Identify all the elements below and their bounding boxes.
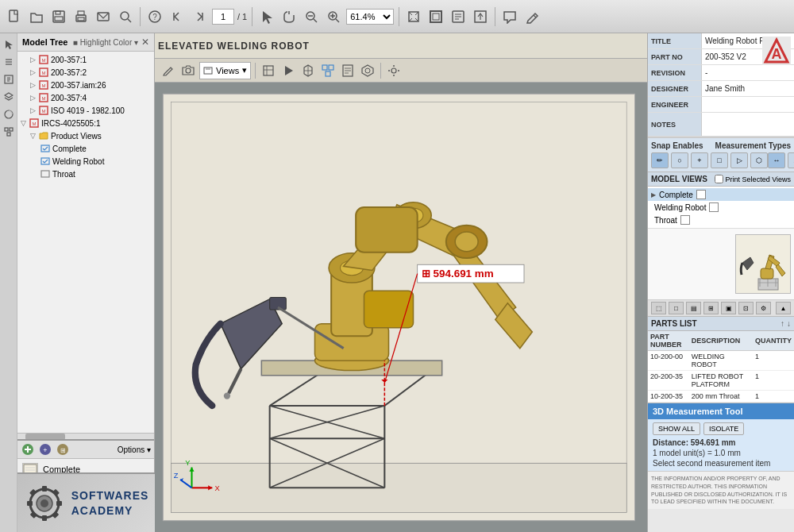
layers-icon[interactable]	[1, 89, 17, 105]
mv-scroll-up[interactable]: ▲	[776, 302, 791, 314]
isolate-button[interactable]: ISOLATE	[703, 422, 744, 435]
print-selected-views[interactable]: Print Selected Views	[715, 175, 791, 183]
parts-list-sort[interactable]: ↑ ↓	[781, 319, 791, 328]
parts-row-2[interactable]: 20-200-35 LIFTED ROBOT PLATFORM 1	[648, 371, 794, 391]
svg-rect-87	[322, 65, 327, 70]
new-file-icon[interactable]	[5, 7, 24, 26]
comment-icon[interactable]	[500, 7, 519, 26]
annotation-icon[interactable]	[449, 7, 468, 26]
iam-icon-5: M	[38, 105, 49, 116]
page-number-input[interactable]: 1	[212, 9, 234, 25]
highlight-color-btn[interactable]: ■ Highlight Color ▾	[73, 38, 138, 47]
title-label: TITLE	[648, 33, 702, 48]
zoom-select[interactable]: 61.4% 50% 75% 100%	[346, 9, 394, 25]
add-existing-icon[interactable]: +	[38, 442, 52, 457]
edit-view-icon[interactable]	[260, 62, 277, 79]
svg-marker-44	[5, 93, 13, 98]
tree-item-200-357-iam26[interactable]: ▷ M 200-357.iam:26	[17, 79, 154, 91]
properties-icon[interactable]	[1, 71, 17, 87]
appearance-icon[interactable]	[1, 106, 17, 122]
meas-angle-btn[interactable]: ∠	[788, 152, 794, 168]
snap-hex-btn[interactable]: ⬡	[750, 152, 768, 168]
search-icon[interactable]	[116, 7, 135, 26]
tree-item-throat[interactable]: Throat	[17, 168, 154, 180]
mv-btn-4[interactable]: ⊞	[703, 302, 719, 314]
sort-down-icon[interactable]: ↓	[787, 319, 791, 328]
meas-dist-btn[interactable]: ↔	[768, 152, 785, 168]
open-file-icon[interactable]	[27, 7, 46, 26]
tree-item-ircs[interactable]: ▽ M IRCS-4025505:1	[17, 117, 154, 129]
snap-cross-btn[interactable]: +	[691, 152, 708, 168]
pencil-icon[interactable]	[160, 62, 177, 79]
export-icon[interactable]	[471, 7, 490, 26]
model-view-complete-check[interactable]	[696, 190, 706, 199]
zoom-out-icon[interactable]	[302, 7, 321, 26]
svg-rect-0	[10, 10, 17, 21]
canvas-second-toolbar: Views ▾	[155, 59, 647, 83]
3d-view-icon[interactable]	[299, 62, 317, 79]
views-dropdown[interactable]: Views ▾	[199, 62, 251, 79]
sketch-icon[interactable]	[522, 7, 542, 26]
model-view-item-welding-robot[interactable]: Welding Robot	[648, 201, 794, 214]
fit-view-icon[interactable]	[404, 7, 423, 26]
meas-icons-row: ↔ ∠ ≡ ⬚	[768, 152, 794, 168]
tree-item-complete[interactable]: Complete	[17, 142, 154, 155]
mv-btn-2[interactable]: □	[669, 302, 684, 314]
model-tree-close-btn[interactable]: ✕	[141, 37, 149, 48]
render-icon[interactable]	[359, 62, 376, 79]
view-icon-btn[interactable]: ⊞	[56, 442, 70, 457]
model-view-item-throat[interactable]: Throat	[648, 214, 794, 226]
next-page-icon[interactable]	[190, 7, 209, 26]
tree-item-iso[interactable]: ▷ M ISO 4019 - 1982.100	[17, 104, 154, 117]
mv-btn-5[interactable]: ▣	[721, 302, 736, 314]
mv-btn-7[interactable]: ⚙	[756, 302, 771, 314]
print-checkbox[interactable]	[715, 175, 723, 183]
left-icons-column	[0, 33, 17, 532]
settings-icon[interactable]	[385, 62, 403, 79]
canvas-viewport[interactable]: ⊞ 594.691 mm X Y Z	[155, 83, 647, 532]
prev-page-icon[interactable]	[168, 7, 187, 26]
tree-item-200-357-4[interactable]: ▷ M 200-357:4	[17, 91, 154, 104]
mv-btn-1[interactable]: ⬚	[651, 302, 666, 314]
pan-tool-icon[interactable]	[279, 7, 299, 26]
assembly-view-icon[interactable]	[319, 62, 337, 79]
model-view-throat-check[interactable]	[680, 215, 690, 225]
model-views-list: ▶ Complete Welding Robot Throat	[648, 187, 794, 228]
mv-btn-6[interactable]: ⊡	[738, 302, 754, 314]
save-icon[interactable]	[49, 7, 68, 26]
email-icon[interactable]	[94, 7, 113, 26]
mv-btn-3[interactable]: ▤	[686, 302, 701, 314]
print-icon[interactable]	[71, 7, 91, 26]
help-icon[interactable]: ?	[145, 7, 164, 26]
snap-square-btn[interactable]: □	[711, 152, 728, 168]
tree-horizontal-scrollbar[interactable]	[17, 433, 154, 439]
preview-thumbnail	[735, 234, 791, 294]
options-button[interactable]: Options ▾	[118, 445, 151, 454]
parts-list-title: PARTS LIST	[651, 319, 697, 328]
border-icon[interactable]	[426, 7, 445, 26]
camera-icon[interactable]	[179, 62, 197, 79]
sort-up-icon[interactable]: ↑	[781, 319, 784, 328]
parts-row-3[interactable]: 10-200-35 200 mm Throat 1	[648, 391, 794, 403]
sheet-view-icon[interactable]	[339, 62, 357, 79]
model-view-item-complete[interactable]: ▶ Complete	[648, 188, 794, 201]
svg-text:M: M	[33, 121, 37, 126]
model-views-preview	[648, 228, 794, 299]
tree-item-200-357-2[interactable]: ▷ M 200-357:2	[17, 66, 154, 79]
new-sheet-icon[interactable]	[21, 442, 35, 457]
snap-circle-btn[interactable]: ○	[671, 152, 688, 168]
tree-item-200-357-1[interactable]: ▷ M 200-357:1	[17, 53, 154, 66]
parts-row-1[interactable]: 10-200-00 WELDING ROBOT 1	[648, 351, 794, 371]
snap-pencil-btn[interactable]: ✏	[651, 152, 669, 168]
cursor-tool-icon[interactable]	[257, 7, 276, 26]
show-all-button[interactable]: SHOW ALL	[653, 422, 700, 435]
pointer-tool-icon[interactable]	[1, 37, 17, 52]
model-view-welding-check[interactable]	[709, 202, 719, 212]
tree-item-welding-robot[interactable]: Welding Robot	[17, 155, 154, 168]
tree-item-product-views[interactable]: ▽ Product Views	[17, 129, 154, 142]
zoom-in-icon[interactable]	[324, 7, 343, 26]
snap-arrow-btn[interactable]: ▷	[730, 152, 748, 168]
play-icon[interactable]	[279, 62, 297, 79]
assembly-icon[interactable]	[1, 124, 17, 140]
model-tree-icon[interactable]	[1, 54, 17, 70]
